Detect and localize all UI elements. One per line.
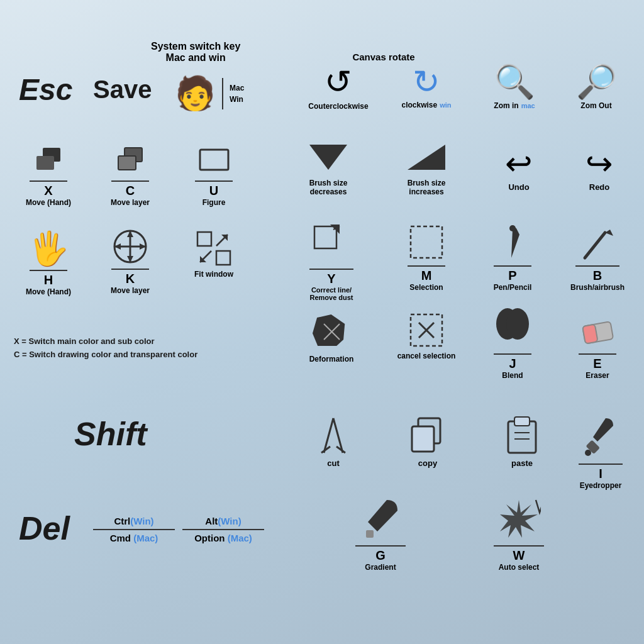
svg-rect-35 — [582, 325, 598, 344]
brush-inc-item: Brush size increases — [389, 145, 464, 196]
zoom-out-label: Zom Out — [558, 101, 634, 110]
eraser-label: Eraser — [560, 371, 635, 380]
pen-pencil-item: P Pen/Pencil — [478, 223, 547, 292]
h-key: H — [14, 273, 83, 287]
eraser-icon — [577, 308, 618, 349]
c-note: C = Switch drawing color and transparent… — [14, 350, 197, 359]
counterclockwise-icon: ↺ — [301, 63, 376, 101]
shift-item: Shift — [74, 415, 147, 453]
cut-label: cut — [299, 458, 368, 468]
auto-select-icon — [497, 497, 541, 541]
counterclockwise-label: Couterclockwise — [301, 102, 376, 111]
eraser-item: E Eraser — [560, 308, 635, 380]
save-item: Save — [93, 75, 152, 104]
deformation-item: Deformation — [291, 311, 372, 364]
svg-rect-48 — [366, 530, 374, 538]
zoom-out-item: 🔎 Zom Out — [558, 63, 634, 110]
x-note: X = Switch main color and sub color — [14, 336, 197, 346]
save-label: Save — [93, 75, 152, 104]
fit-window-item: Fit window — [179, 230, 248, 279]
k-label: Move layer — [96, 286, 165, 295]
esc-label: Esc — [19, 72, 72, 107]
auto-select-label: Auto select — [478, 563, 560, 572]
brush-airbrush-icon — [579, 223, 616, 261]
svg-rect-23 — [411, 226, 442, 258]
e-key: E — [560, 357, 635, 371]
c-label: Move layer — [96, 198, 165, 207]
brush-airbrush-label: Brush/airbrush — [560, 283, 635, 292]
svg-rect-20 — [314, 226, 336, 248]
clockwise-item: ↻ clockwise win — [389, 63, 464, 109]
correct-line-icon — [311, 223, 352, 264]
p-key: P — [478, 269, 547, 283]
divider — [222, 78, 223, 109]
blend-item: J Blend — [478, 308, 547, 380]
svg-point-24 — [509, 225, 516, 231]
cut-icon — [316, 415, 351, 456]
x-key: X — [14, 184, 83, 198]
redo-item: ↪ Redo — [565, 145, 634, 192]
clockwise-note: win — [440, 101, 451, 109]
c-key: C — [96, 184, 165, 198]
cancel-selection-icon — [408, 311, 445, 349]
del-label: Del — [19, 509, 70, 547]
system-switch-icon: 🧑 Mac Win — [175, 74, 244, 113]
zoom-in-item: 🔍 Zom in mac — [477, 63, 552, 110]
svg-point-33 — [506, 308, 529, 340]
alt-option-block: Alt(Win) Option (Mac) — [182, 516, 264, 543]
copy-label: copy — [393, 458, 462, 468]
system-switch-title: System switch key Mac and win — [151, 41, 240, 64]
gradient-label: Gradient — [340, 563, 421, 572]
w-key: W — [478, 548, 560, 563]
redo-icon: ↪ — [565, 145, 634, 182]
svg-rect-41 — [412, 426, 434, 452]
x-label: Move (Hand) — [14, 198, 83, 207]
svg-point-47 — [585, 450, 591, 456]
brush-dec-label: Brush size decreases — [291, 179, 366, 196]
deformation-icon — [311, 311, 352, 352]
svg-marker-26 — [605, 230, 613, 236]
figure-icon — [197, 145, 231, 176]
alt-win-label: Alt(Win) — [182, 516, 264, 530]
svg-rect-14 — [197, 232, 211, 246]
paste-item: paste — [487, 415, 557, 468]
clockwise-label: clockwise — [401, 101, 437, 109]
eyedropper-key-label: I — [566, 467, 635, 481]
svg-rect-1 — [36, 156, 54, 170]
counterclockwise-item: ↺ Couterclockwise — [301, 63, 376, 111]
brush-dec-item: Brush size decreases — [291, 145, 366, 196]
brush-airbrush-item: B Brush/airbrush — [560, 223, 635, 292]
svg-marker-5 — [309, 145, 347, 170]
undo-icon: ↩ — [484, 145, 553, 182]
brush-inc-icon — [408, 145, 445, 176]
selection-item: M Selection — [389, 223, 464, 292]
m-key: M — [389, 269, 464, 283]
svg-marker-6 — [408, 145, 445, 170]
correct-line-label: Correct line/ Remove dust — [291, 286, 372, 301]
svg-rect-43 — [514, 417, 530, 426]
cmd-mac-label: Cmd (Mac) — [93, 533, 175, 543]
del-item: Del — [19, 509, 70, 547]
eyedropper-item: I Eyedropper — [566, 415, 635, 490]
canvas-rotate-title: Canvas rotate — [333, 52, 434, 62]
esc-item: Esc — [19, 72, 72, 107]
option-mac-label: Option (Mac) — [182, 533, 264, 543]
fit-window-label: Fit window — [179, 270, 248, 279]
ctrl-win-label: Ctrl(Win) — [93, 516, 175, 530]
svg-rect-15 — [216, 251, 230, 265]
b-key: B — [560, 269, 635, 283]
cancel-selection-label: cancel selection — [389, 352, 464, 360]
eyedropper-icon — [582, 415, 619, 459]
c-icon — [113, 145, 148, 176]
notes-block: X = Switch main color and sub color C = … — [14, 336, 197, 359]
zoom-in-note: mac — [521, 102, 535, 109]
gradient-icon — [358, 497, 402, 541]
correct-line-item: Y Correct line/ Remove dust — [291, 223, 372, 301]
pen-pencil-icon — [496, 223, 530, 261]
blend-label: Blend — [478, 371, 547, 380]
pen-pencil-label: Pen/Pencil — [478, 283, 547, 292]
zoom-out-icon: 🔎 — [558, 63, 634, 101]
figure-label: Figure — [179, 198, 248, 207]
k-icon — [113, 230, 148, 264]
k-item: K Move layer — [96, 230, 165, 295]
